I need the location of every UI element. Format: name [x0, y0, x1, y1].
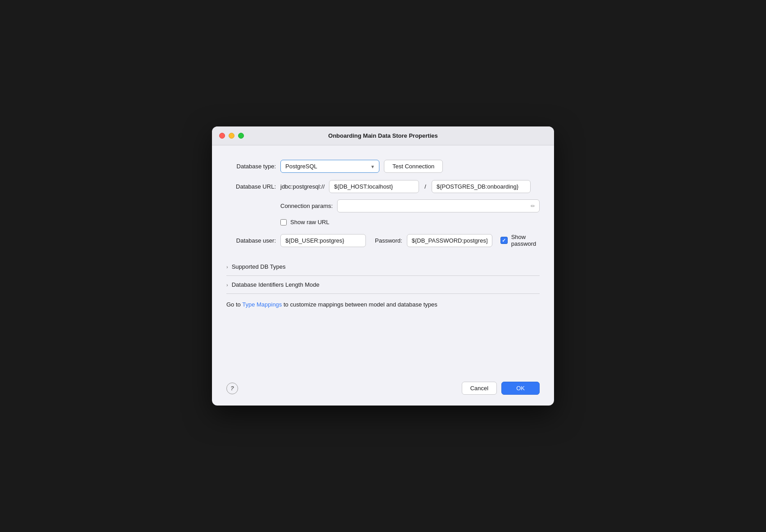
- url-prefix-text: jdbc:postgresql://: [280, 183, 324, 190]
- database-url-label: Database URL:: [226, 183, 276, 190]
- database-type-select-wrapper: PostgreSQL MySQL H2 Oracle SQL Server ▼: [280, 160, 379, 173]
- window-title: Onboarding Main Data Store Properties: [328, 132, 437, 139]
- supported-db-types-title: Supported DB Types: [232, 263, 286, 270]
- ok-button[interactable]: OK: [501, 382, 540, 395]
- test-connection-button[interactable]: Test Connection: [384, 160, 443, 173]
- show-password-label: Show password: [511, 234, 540, 247]
- show-password-checkbox[interactable]: [500, 237, 508, 244]
- db-identifiers-header[interactable]: › Database Identifiers Length Mode: [226, 281, 540, 288]
- database-type-row: Database type: PostgreSQL MySQL H2 Oracl…: [226, 160, 540, 173]
- dialog-content: Database type: PostgreSQL MySQL H2 Oracl…: [212, 145, 554, 374]
- connection-params-input[interactable]: [337, 199, 540, 212]
- connection-params-row: Connection params: ✏: [280, 199, 540, 212]
- titlebar: Onboarding Main Data Store Properties: [212, 126, 554, 145]
- user-password-row: Database user: Password: Show password: [226, 234, 540, 247]
- db-password-input[interactable]: [407, 234, 492, 247]
- chevron-right-icon-2: ›: [226, 282, 228, 288]
- footer-actions: Cancel OK: [462, 382, 540, 395]
- db-name-input[interactable]: [432, 180, 531, 193]
- dialog-window: Onboarding Main Data Store Properties Da…: [212, 126, 554, 406]
- cancel-button[interactable]: Cancel: [462, 382, 497, 395]
- connection-params-label: Connection params:: [280, 203, 333, 209]
- database-url-row: Database URL: jdbc:postgresql:// /: [226, 180, 540, 193]
- edit-icon[interactable]: ✏: [531, 203, 535, 209]
- show-raw-url-label[interactable]: Show raw URL: [290, 219, 329, 225]
- type-mappings-prefix: Go to: [226, 301, 242, 308]
- supported-db-types-header[interactable]: › Supported DB Types: [226, 263, 540, 270]
- db-identifiers-section: › Database Identifiers Length Mode: [226, 276, 540, 294]
- minimize-button[interactable]: [229, 133, 234, 139]
- show-raw-url-row: Show raw URL: [280, 219, 540, 225]
- connection-params-wrapper: ✏: [337, 199, 540, 212]
- type-mappings-link[interactable]: Type Mappings: [242, 301, 282, 308]
- traffic-lights: [219, 133, 244, 139]
- type-mappings-suffix: to customize mappings between model and …: [282, 301, 437, 308]
- database-type-label: Database type:: [226, 163, 276, 170]
- show-password-wrapper: Show password: [500, 234, 540, 247]
- maximize-button[interactable]: [238, 133, 244, 139]
- help-button[interactable]: ?: [226, 383, 238, 394]
- database-type-select[interactable]: PostgreSQL MySQL H2 Oracle SQL Server: [280, 160, 379, 173]
- supported-db-types-section: › Supported DB Types: [226, 258, 540, 276]
- show-raw-url-checkbox[interactable]: [280, 219, 287, 225]
- db-identifiers-title: Database Identifiers Length Mode: [232, 281, 320, 288]
- chevron-right-icon: ›: [226, 264, 228, 270]
- close-button[interactable]: [219, 133, 225, 139]
- db-host-input[interactable]: [329, 180, 419, 193]
- db-user-input[interactable]: [280, 234, 366, 247]
- url-slash: /: [424, 183, 427, 190]
- password-label: Password:: [375, 237, 402, 244]
- type-mappings-text: Go to Type Mappings to customize mapping…: [226, 301, 540, 308]
- database-user-label: Database user:: [226, 237, 276, 244]
- dialog-footer: ? Cancel OK: [212, 374, 554, 406]
